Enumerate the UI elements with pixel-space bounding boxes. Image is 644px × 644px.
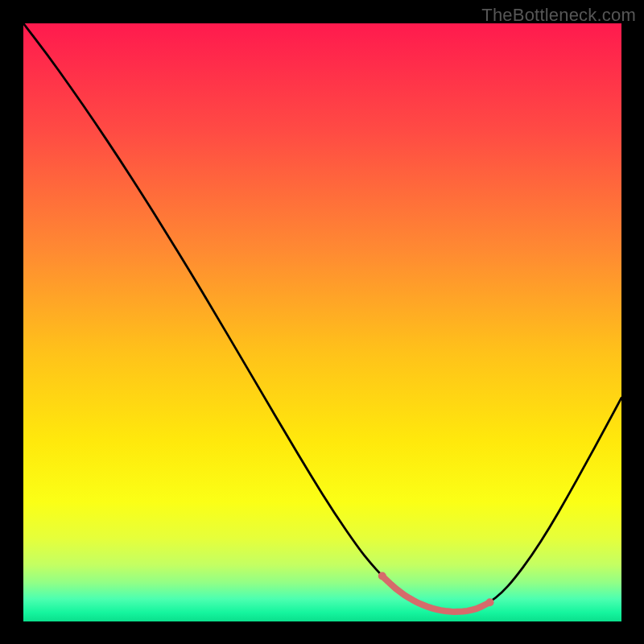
gradient-background <box>23 23 621 621</box>
chart-frame: TheBottleneck.com <box>0 0 644 644</box>
marker-dot-left <box>378 572 386 580</box>
watermark-text: TheBottleneck.com <box>481 5 636 26</box>
chart-svg <box>23 23 621 621</box>
plot-area <box>23 23 621 621</box>
marker-dot-right <box>486 598 494 606</box>
